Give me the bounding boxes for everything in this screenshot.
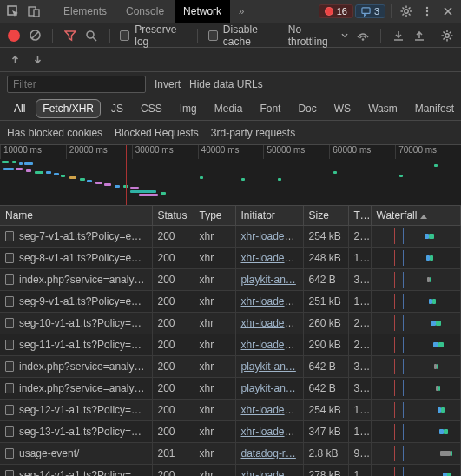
table-row[interactable]: seg-13-v1-a1.ts?Policy=…200xhrxhr-loader… (0, 421, 461, 443)
timeline-bar (333, 171, 337, 174)
col-header-status[interactable]: Status (152, 206, 194, 226)
table-header-row: Name Status Type Initiator Size Ti… Wate… (0, 206, 461, 226)
preserve-log-checkbox[interactable]: Preserve log (120, 23, 187, 48)
file-icon (5, 296, 14, 307)
table-row[interactable]: seg-14-v1-a1.ts?Policy=…200xhrxhr-loader… (0, 465, 461, 477)
timeline-body (0, 159, 461, 205)
record-button[interactable] (7, 28, 21, 43)
col-header-initiator[interactable]: Initiator (235, 206, 303, 226)
error-dot-icon (325, 7, 333, 16)
timeline-bar (115, 185, 120, 188)
col-header-time[interactable]: Ti… (348, 206, 371, 226)
record-dot-icon (8, 30, 20, 42)
tab-console[interactable]: Console (117, 0, 173, 23)
network-conditions-icon[interactable] (355, 28, 369, 43)
more-tabs-icon[interactable]: » (232, 2, 251, 21)
initiator-link[interactable]: xhr-loader.… (241, 230, 301, 242)
device-toggle-icon[interactable] (24, 2, 43, 21)
col-header-name[interactable]: Name (0, 206, 152, 226)
type-filter-doc[interactable]: Doc (291, 99, 323, 118)
initiator-link[interactable]: xhr-loader.… (241, 295, 301, 307)
type-filter-fetchxhr[interactable]: Fetch/XHR (36, 99, 101, 118)
kebab-menu-icon[interactable] (418, 2, 437, 21)
timeline-tick: 50000 ms (263, 145, 329, 159)
type-filter-js[interactable]: JS (104, 99, 130, 118)
upload-icon[interactable] (7, 52, 23, 68)
hide-data-label: Hide data URLs (189, 78, 263, 90)
separator (49, 4, 49, 18)
close-devtools-icon[interactable] (438, 2, 458, 21)
initiator-link[interactable]: playkit-an… (241, 274, 296, 286)
table-row[interactable]: seg-9-v1-a1.ts?Policy=e…200xhrxhr-loader… (0, 291, 461, 313)
type-filter-css[interactable]: CSS (134, 99, 169, 118)
table-row[interactable]: seg-7-v1-a1.ts?Policy=e…200xhrxhr-loader… (0, 226, 461, 248)
table-row[interactable]: seg-8-v1-a1.ts?Policy=e…200xhrxhr-loader… (0, 248, 461, 269)
file-icon (5, 318, 14, 328)
initiator-link[interactable]: xhr-loader.… (241, 339, 301, 351)
network-timeline[interactable]: 10000 ms20000 ms30000 ms40000 ms50000 ms… (0, 145, 461, 206)
svg-line-30 (450, 31, 451, 33)
table-row[interactable]: index.php?service=analy…200xhrplaykit-an… (0, 356, 461, 378)
initiator-link[interactable]: playkit-an… (241, 360, 296, 373)
export-har-icon[interactable] (412, 28, 426, 43)
tab-network[interactable]: Network (175, 0, 230, 23)
filter-row: Invert Hide data URLs (0, 72, 461, 96)
timeline-bar (130, 190, 156, 193)
initiator-link[interactable]: xhr-loader.… (241, 252, 301, 264)
error-count-badge[interactable]: 16 (319, 4, 353, 18)
type-filter-img[interactable]: Img (173, 99, 204, 118)
initiator-link[interactable]: xhr-loader.… (241, 317, 301, 329)
initiator-link[interactable]: xhr-loader.… (241, 404, 301, 416)
search-icon[interactable] (84, 28, 98, 43)
separator (197, 29, 198, 43)
filter-input[interactable] (7, 76, 146, 93)
inspect-icon[interactable] (3, 2, 23, 21)
disable-cache-checkbox[interactable]: Disable cache (208, 23, 281, 48)
type-filter-manifest[interactable]: Manifest (408, 99, 461, 118)
timeline-bar (26, 169, 31, 172)
has-blocked-cookies-checkbox[interactable]: Has blocked cookies (7, 127, 102, 139)
table-row[interactable]: index.php?service=analy…200xhrplaykit-an… (0, 269, 461, 291)
initiator-link[interactable]: xhr-loader.… (241, 469, 301, 476)
table-row[interactable]: usage-event/201xhrdatadog-r…2.8 kB9.… (0, 443, 461, 465)
initiator-link[interactable]: xhr-loader.… (241, 426, 301, 438)
table-row[interactable]: seg-12-v1-a1.ts?Policy=…200xhrxhr-loader… (0, 400, 461, 421)
invert-checkbox[interactable]: Invert (155, 78, 181, 90)
file-icon (5, 253, 14, 263)
cell-waterfall (371, 334, 461, 356)
type-filter-all[interactable]: All (7, 99, 32, 118)
error-count: 16 (337, 6, 347, 17)
import-har-icon[interactable] (392, 28, 405, 43)
type-filter-ws[interactable]: WS (327, 99, 358, 118)
wf-load-line (394, 424, 395, 440)
type-filter-media[interactable]: Media (207, 99, 250, 118)
clear-button[interactable] (28, 28, 42, 43)
col-header-type[interactable]: Type (194, 206, 235, 226)
download-icon[interactable] (30, 52, 45, 68)
wf-domcontent-line (403, 294, 404, 309)
initiator-link[interactable]: playkit-an… (241, 382, 296, 394)
initiator-link[interactable]: datadog-r… (241, 447, 296, 459)
filter-toggle-icon[interactable] (63, 28, 77, 43)
svg-line-29 (450, 37, 451, 39)
hide-data-urls-checkbox[interactable]: Hide data URLs (189, 78, 263, 90)
wf-download-bar (438, 342, 444, 347)
blocked-requests-checkbox[interactable]: Blocked Requests (115, 127, 199, 139)
panel-settings-gear-icon[interactable] (440, 28, 454, 43)
svg-point-15 (426, 14, 428, 16)
cell-initiator: xhr-loader.… (235, 291, 303, 313)
settings-gear-icon[interactable] (397, 2, 416, 21)
table-row[interactable]: seg-10-v1-a1.ts?Policy=…200xhrxhr-loader… (0, 313, 461, 334)
timeline-bar (24, 162, 33, 165)
table-row[interactable]: index.php?service=analy…200xhrplaykit-an… (0, 378, 461, 400)
throttling-select[interactable]: No throttling (288, 23, 349, 48)
col-header-size[interactable]: Size (303, 206, 348, 226)
cell-size: 254 kB (303, 400, 348, 421)
tab-elements[interactable]: Elements (55, 0, 115, 23)
type-filter-wasm[interactable]: Wasm (361, 99, 405, 118)
third-party-checkbox[interactable]: 3rd-party requests (211, 127, 295, 139)
type-filter-font[interactable]: Font (253, 99, 287, 118)
table-row[interactable]: seg-11-v1-a1.ts?Policy=…200xhrxhr-loader… (0, 334, 461, 356)
col-header-waterfall[interactable]: Waterfall (371, 206, 461, 226)
message-count-badge[interactable]: 3 (355, 4, 385, 18)
